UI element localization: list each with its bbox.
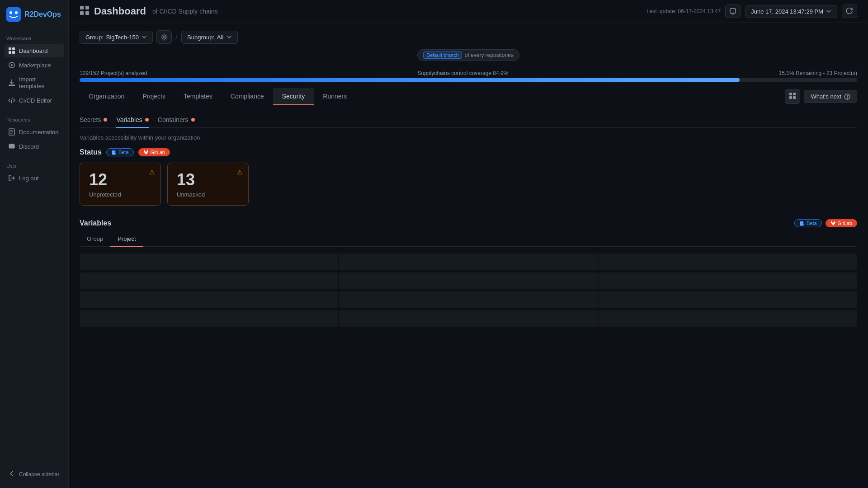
dashboard-label: Dashboard xyxy=(19,47,48,54)
table-cell xyxy=(599,272,857,289)
collapse-sidebar-button[interactable]: Collapse sidebar xyxy=(5,467,64,482)
subgroup-label: Subgroup: xyxy=(187,34,214,41)
svg-rect-21 xyxy=(789,96,792,99)
sidebar-item-import-templates[interactable]: Import templates xyxy=(5,73,64,93)
svg-rect-3 xyxy=(9,47,11,50)
sub-tab-variables[interactable]: Variables xyxy=(116,113,148,128)
topbar: Dashboard of CI/CD Supply chains Last up… xyxy=(69,0,868,23)
whats-next-button[interactable]: What's next xyxy=(804,90,857,103)
svg-rect-13 xyxy=(80,6,84,9)
table-cell xyxy=(80,310,338,327)
marketplace-label: Marketplace xyxy=(19,62,51,69)
group-value: BigTech-150 xyxy=(106,34,139,41)
subgroup-chevron-icon xyxy=(226,34,232,40)
sidebar-item-discord[interactable]: Discord xyxy=(5,140,64,153)
branch-banner-text: of every repositories xyxy=(465,52,514,58)
logout-label: Log out xyxy=(19,175,38,182)
group-label: Group: xyxy=(85,34,104,41)
warning-icon-unmasked: ⚠ xyxy=(237,169,243,176)
secrets-dot xyxy=(104,118,107,122)
settings-button[interactable] xyxy=(156,30,172,44)
sidebar-item-documentation[interactable]: Documentation xyxy=(5,125,64,139)
svg-rect-22 xyxy=(793,96,796,99)
group-filter[interactable]: Group: BigTech-150 xyxy=(80,31,153,44)
main-tabs: Organization Projects Templates Complian… xyxy=(80,88,356,105)
app-name: R2DevOps xyxy=(24,10,61,19)
whats-next-label: What's next xyxy=(811,93,841,100)
copy-button[interactable] xyxy=(725,5,741,18)
section-description: Variables accessibility within your orga… xyxy=(80,134,857,141)
filter-divider: / xyxy=(175,33,178,42)
gitlab-badge: GitLab xyxy=(138,148,170,156)
table-cell xyxy=(339,310,597,327)
var-tab-project[interactable]: Project xyxy=(110,232,143,247)
r2devops-logo-icon xyxy=(6,7,21,22)
subgroup-filter[interactable]: Subgroup: All xyxy=(181,31,237,44)
progress-section: 129/152 Project(s) analyzed Supplychains… xyxy=(80,70,857,82)
discord-label: Discord xyxy=(19,143,39,150)
table-cell xyxy=(339,253,597,270)
sub-tabs: Secrets Variables Containers xyxy=(80,113,857,128)
cicd-editor-label: CI/CD Editor xyxy=(19,97,52,104)
var-tab-group[interactable]: Group xyxy=(80,232,110,247)
editor-icon xyxy=(8,97,15,104)
branch-banner: Default branch of every repositories xyxy=(417,49,519,61)
table-cell xyxy=(339,272,597,289)
variables-label: Variables xyxy=(116,116,142,123)
gear-icon xyxy=(160,33,168,41)
sidebar-item-dashboard[interactable]: Dashboard xyxy=(5,44,64,57)
resources-label: Resources xyxy=(5,117,64,122)
progress-center-label: Supplychains control coverage 84.9% xyxy=(418,70,509,76)
unprotected-count: 12 xyxy=(89,170,151,189)
gitlab-icon xyxy=(143,150,149,155)
subgroup-value: All xyxy=(217,34,223,41)
svg-point-1 xyxy=(9,11,12,14)
sidebar-footer: Collapse sidebar xyxy=(0,462,68,488)
sidebar-item-marketplace[interactable]: Marketplace xyxy=(5,58,64,72)
sub-tab-secrets[interactable]: Secrets xyxy=(80,113,107,128)
workspace-section: Workspace Dashboard Marketplace Import t… xyxy=(0,29,68,111)
tab-templates[interactable]: Templates xyxy=(175,88,222,105)
date-picker[interactable]: June 17, 2024 13:47:29 PM xyxy=(745,5,837,18)
refresh-button[interactable] xyxy=(842,5,857,18)
tab-projects[interactable]: Projects xyxy=(133,88,175,105)
unmasked-label: Unmasked xyxy=(177,191,239,198)
docs-icon xyxy=(8,128,15,136)
svg-rect-0 xyxy=(6,7,21,22)
topbar-right: Last update: 06-17-2024 13:47 June 17, 2… xyxy=(646,5,857,18)
variables-dot xyxy=(145,118,149,122)
tab-organization[interactable]: Organization xyxy=(80,88,133,105)
page-subtitle: of CI/CD Supply chains xyxy=(152,8,218,15)
secrets-label: Secrets xyxy=(80,116,101,123)
marketplace-icon xyxy=(8,61,15,69)
svg-rect-15 xyxy=(80,11,84,15)
page-title: Dashboard xyxy=(94,5,146,17)
data-table xyxy=(80,253,857,327)
variables-section-title: Variables xyxy=(80,219,111,227)
chevron-down-icon xyxy=(826,9,831,14)
svg-rect-17 xyxy=(730,9,736,13)
grid-view-button[interactable] xyxy=(785,89,800,104)
progress-bar xyxy=(80,78,857,82)
var-beta-badge: Beta xyxy=(794,219,822,227)
var-gitlab-icon xyxy=(830,221,836,226)
table-cell xyxy=(599,253,857,270)
svg-point-2 xyxy=(15,11,18,14)
date-value: June 17, 2024 13:47:29 PM xyxy=(751,8,823,15)
sidebar-item-cicd-editor[interactable]: CI/CD Editor xyxy=(5,94,64,107)
sidebar-item-logout[interactable]: Log out xyxy=(5,171,64,185)
tab-compliance[interactable]: Compliance xyxy=(222,88,273,105)
svg-point-24 xyxy=(847,98,848,99)
svg-rect-5 xyxy=(9,51,11,54)
default-branch-badge: Default branch xyxy=(423,52,462,59)
sidebar-logo: R2DevOps xyxy=(0,0,68,29)
table-cell xyxy=(80,291,338,308)
main-content: Dashboard of CI/CD Supply chains Last up… xyxy=(69,0,868,488)
table-row xyxy=(80,272,857,289)
discord-icon xyxy=(8,143,15,150)
sub-tab-containers[interactable]: Containers xyxy=(158,113,195,128)
tab-runners[interactable]: Runners xyxy=(314,88,356,105)
gitlab-label: GitLab xyxy=(151,150,165,155)
tab-security[interactable]: Security xyxy=(273,88,314,105)
last-update-text: Last update: 06-17-2024 13:47 xyxy=(646,8,721,14)
